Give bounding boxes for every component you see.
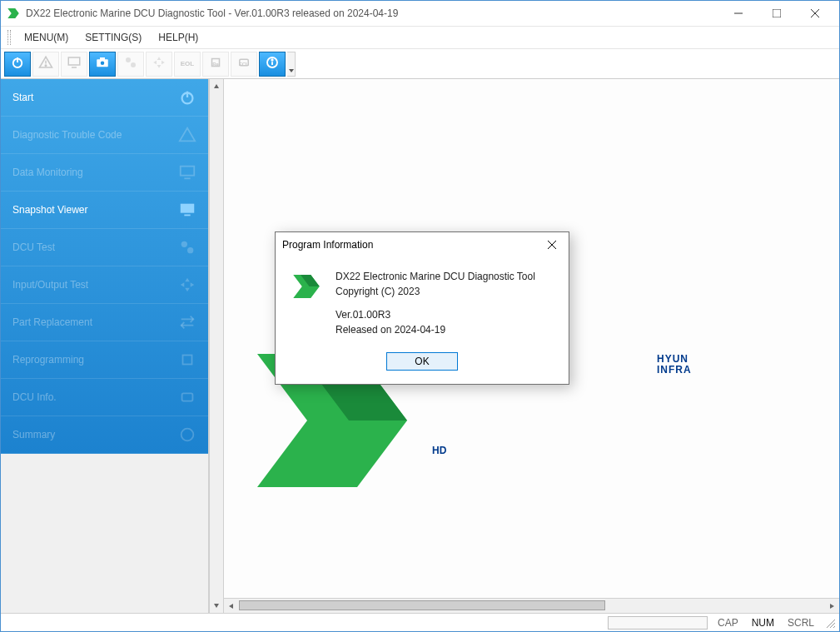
svg-point-25: [271, 59, 273, 61]
monitor-icon: [178, 163, 196, 182]
toolbar-ecu-button[interactable]: ECU: [231, 52, 257, 77]
brand-line-2: INFRA: [657, 365, 692, 376]
menu-item-menu[interactable]: MENU(M): [17, 28, 75, 47]
svg-rect-30: [181, 167, 195, 176]
toolbar-reprogram-button[interactable]: Re: [202, 52, 229, 77]
toolbar-io-test-button[interactable]: [146, 52, 172, 77]
warning-icon: [38, 55, 53, 72]
menu-item-setting[interactable]: SETTING(S): [78, 28, 148, 47]
monitor-icon: [67, 55, 82, 72]
svg-rect-10: [68, 57, 80, 65]
monitor-icon: [178, 201, 196, 219]
status-cap: CAP: [714, 617, 742, 629]
svg-marker-36: [185, 278, 190, 282]
svg-point-14: [101, 62, 105, 66]
sidebar-item-label: DCU Info.: [12, 391, 57, 403]
scroll-track[interactable]: [210, 94, 223, 598]
menu-item-help[interactable]: HELP(H): [152, 28, 205, 47]
sidebar-item-label: Data Monitoring: [12, 167, 83, 178]
dialog-close-button[interactable]: [542, 235, 562, 255]
sidebar-item-label: Reprogramming: [12, 354, 84, 366]
svg-marker-48: [229, 604, 233, 609]
svg-marker-18: [157, 65, 162, 68]
camera-icon: [95, 55, 110, 72]
toolbar-start-button[interactable]: [4, 52, 31, 77]
svg-rect-40: [183, 356, 192, 365]
window-minimize-button[interactable]: [719, 1, 758, 26]
scroll-thumb[interactable]: [239, 600, 605, 610]
scroll-right-icon[interactable]: [824, 599, 839, 613]
svg-point-35: [187, 247, 193, 253]
sidebar-item-label: Part Replacement: [12, 316, 92, 328]
sidebar-item-snapshot[interactable]: Snapshot Viewer: [1, 192, 208, 229]
status-bar: CAP NUM SCRL: [1, 613, 839, 631]
power-icon: [10, 55, 25, 72]
scroll-left-icon[interactable]: [224, 599, 239, 613]
power-icon: [178, 88, 196, 107]
menu-bar: MENU(M) SETTING(S) HELP(H): [1, 26, 839, 49]
dialog-product-name: DX22 Electronic Marine DCU Diagnostic To…: [336, 269, 535, 284]
warning-icon: [178, 126, 196, 144]
sidebar-item-part-replacement: Part Replacement: [1, 304, 208, 341]
sidebar-item-label: Diagnostic Trouble Code: [12, 129, 122, 141]
svg-rect-13: [100, 57, 105, 60]
sidebar-container: Start Diagnostic Trouble Code Data Monit…: [1, 79, 209, 613]
dialog-version: Ver.01.00R3: [336, 307, 535, 322]
svg-marker-43: [214, 84, 219, 88]
toolbar-info-button[interactable]: [259, 52, 286, 77]
svg-marker-39: [191, 282, 195, 287]
svg-marker-29: [180, 128, 195, 142]
sidebar-item-dcu-info: DCU Info.: [1, 379, 208, 416]
ok-button[interactable]: OK: [386, 352, 458, 371]
sidebar-item-monitoring: Data Monitoring: [1, 154, 208, 192]
svg-rect-2: [773, 9, 781, 17]
resize-grip-icon[interactable]: [824, 617, 836, 629]
dialog-info: DX22 Electronic Marine DCU Diagnostic To…: [336, 269, 535, 337]
window-close-button[interactable]: [796, 1, 834, 26]
svg-marker-37: [185, 288, 190, 292]
svg-marker-0: [7, 8, 19, 18]
ecu-icon: [178, 388, 196, 406]
toolbar-overflow-button[interactable]: [287, 52, 296, 77]
brand-line-1: HYUN: [657, 354, 692, 365]
arrows-icon: [152, 55, 167, 72]
svg-rect-33: [184, 215, 190, 216]
svg-marker-19: [153, 61, 157, 65]
arrows-icon: [178, 276, 196, 294]
svg-point-15: [126, 57, 131, 62]
dialog-release: Released on 2024-04-19: [336, 322, 535, 337]
info-icon: [178, 425, 196, 444]
window-title: DX22 Electronic Marine DCU Diagnostic To…: [26, 7, 719, 19]
status-num: NUM: [748, 617, 778, 629]
sidebar-item-label: Input/Output Test: [12, 279, 88, 291]
svg-point-42: [181, 429, 194, 441]
svg-line-52: [833, 626, 835, 628]
sidebar-item-start[interactable]: Start: [1, 79, 208, 117]
svg-marker-44: [214, 604, 219, 608]
toolbar-snapshot-button[interactable]: [89, 52, 116, 77]
swap-icon: [178, 313, 196, 331]
app-icon: [6, 6, 21, 21]
scroll-track[interactable]: [239, 599, 824, 613]
svg-marker-38: [181, 282, 185, 287]
horizontal-scrollbar[interactable]: [224, 598, 839, 613]
toolbar-eol-button[interactable]: EOL: [174, 52, 201, 77]
svg-text:HD: HD: [432, 445, 447, 456]
sidebar-item-dtc: Diagnostic Trouble Code: [1, 117, 208, 154]
toolbar-dcu-test-button[interactable]: [117, 52, 144, 77]
sidebar-item-io-test: Input/Output Test: [1, 266, 208, 304]
svg-marker-17: [157, 57, 162, 60]
sidebar-item-label: DCU Test: [12, 241, 55, 253]
window-maximize-button[interactable]: [758, 1, 796, 26]
svg-rect-41: [182, 393, 193, 401]
svg-marker-20: [162, 61, 165, 65]
scroll-down-icon[interactable]: [210, 598, 223, 613]
scroll-up-icon[interactable]: [210, 79, 223, 94]
svg-marker-49: [830, 604, 834, 609]
dialog-titlebar: Program Information: [276, 232, 569, 257]
vertical-scrollbar[interactable]: [209, 79, 224, 613]
svg-marker-26: [289, 69, 294, 72]
sidebar-item-reprogramming: Reprogramming: [1, 341, 208, 379]
toolbar-dtc-button[interactable]: [32, 52, 59, 77]
toolbar-monitor-button[interactable]: [61, 52, 87, 77]
